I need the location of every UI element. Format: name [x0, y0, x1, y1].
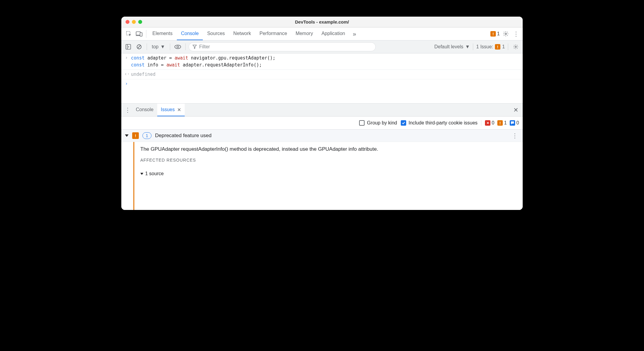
maximize-window-button[interactable]	[138, 20, 142, 24]
close-tab-icon[interactable]: ✕	[177, 107, 181, 113]
drawer: ⋮ Console Issues ✕ ✕ Group by kind Inclu…	[121, 104, 523, 210]
issues-label: 1 Issue:	[476, 44, 493, 50]
divider	[508, 43, 508, 50]
console-prompt-row[interactable]: ›	[121, 79, 523, 89]
drawer-tab-issues[interactable]: Issues ✕	[157, 104, 185, 116]
warning-icon: !	[495, 44, 500, 50]
expand-triangle-icon[interactable]	[140, 173, 143, 175]
context-selector[interactable]: top ▼	[150, 44, 167, 50]
affected-resources-label: AFFECTED RESOURCES	[140, 158, 517, 163]
issue-title: Deprecated feature used	[155, 133, 507, 139]
svg-point-3	[505, 33, 507, 35]
main-tabs: Elements Console Sources Network Perform…	[148, 27, 359, 40]
svg-rect-2	[140, 33, 142, 36]
traffic-lights	[126, 20, 142, 24]
issues-count: 1	[502, 44, 505, 50]
issues-link[interactable]: 1 Issue: ! 1	[476, 44, 505, 50]
filter-input[interactable]	[199, 44, 372, 50]
close-drawer-icon[interactable]: ✕	[511, 104, 521, 116]
tab-elements[interactable]: Elements	[148, 27, 177, 40]
log-levels-selector[interactable]: Default levels ▼	[434, 44, 470, 50]
console-spacer	[121, 89, 523, 104]
drawer-kebab-icon[interactable]: ⋮	[123, 104, 132, 116]
chevron-down-icon: ▼	[160, 44, 165, 50]
filter-input-wrap	[189, 42, 376, 51]
drawer-tabstrip: ⋮ Console Issues ✕ ✕	[121, 104, 523, 117]
tab-sources[interactable]: Sources	[203, 27, 229, 40]
filter-icon	[193, 45, 197, 49]
clear-console-icon[interactable]	[135, 42, 144, 51]
console-settings-icon[interactable]	[511, 42, 520, 51]
expand-triangle-icon[interactable]	[125, 134, 129, 137]
titlebar: DevTools - example.com/	[121, 17, 523, 27]
source-count: 1 source	[145, 171, 164, 176]
console-input-row[interactable]: › const adapter = await navigator.gpu.re…	[121, 53, 523, 70]
toggle-sidebar-icon[interactable]	[124, 42, 133, 51]
warnings-indicator[interactable]: ! 1	[490, 27, 500, 40]
inspect-element-icon[interactable]	[124, 27, 134, 40]
issue-detail: The GPUAdapter requestAdapterInfo() meth…	[133, 142, 523, 210]
live-expression-icon[interactable]	[173, 42, 182, 51]
drawer-tab-console[interactable]: Console	[132, 104, 157, 116]
svg-rect-1	[136, 32, 140, 35]
include-third-party-label: Include third-party cookie issues	[409, 120, 478, 126]
svg-point-8	[515, 46, 517, 48]
info-icon	[510, 120, 515, 126]
device-toolbar-icon[interactable]	[134, 27, 144, 40]
divider	[185, 43, 186, 50]
divider	[473, 43, 473, 50]
svg-point-7	[177, 46, 179, 48]
settings-icon[interactable]	[500, 27, 512, 40]
window-title: DevTools - example.com/	[121, 19, 523, 24]
issues-controls: Group by kind Include third-party cookie…	[121, 117, 523, 130]
main-tabstrip: Elements Console Sources Network Perform…	[121, 27, 523, 40]
console-body: › const adapter = await navigator.gpu.re…	[121, 53, 523, 104]
issue-count-pill: 1	[142, 132, 151, 139]
svg-point-6	[175, 45, 181, 49]
prompt-chevron-icon: ›	[124, 81, 129, 86]
drawer-tab-issues-label: Issues	[161, 107, 175, 112]
group-by-kind-checkbox[interactable]: Group by kind	[359, 120, 397, 126]
group-by-kind-label: Group by kind	[367, 120, 397, 126]
chevron-down-icon: ▼	[465, 44, 470, 50]
tab-network[interactable]: Network	[229, 27, 255, 40]
more-tabs-icon[interactable]: »	[349, 27, 359, 40]
tab-application[interactable]: Application	[317, 27, 349, 40]
console-toolbar: top ▼ Default levels ▼ 1 Issue: ! 1	[121, 40, 523, 53]
include-third-party-checkbox[interactable]: Include third-party cookie issues	[401, 120, 478, 126]
tab-memory[interactable]: Memory	[291, 27, 317, 40]
kebab-menu-icon[interactable]: ⋮	[512, 27, 520, 40]
warning-icon: !	[132, 132, 139, 139]
errors-count[interactable]: ✕ 0	[485, 120, 494, 126]
divider	[147, 43, 147, 50]
output-chevron-icon: ‹·	[124, 71, 129, 77]
console-code: const adapter = await navigator.gpu.requ…	[131, 55, 276, 68]
info-count[interactable]: 0	[510, 120, 519, 126]
close-window-button[interactable]	[126, 20, 129, 24]
drawer-tab-console-label: Console	[136, 107, 154, 112]
console-output: undefined	[131, 71, 155, 78]
warning-icon: !	[490, 31, 496, 37]
issue-counts: ✕ 0 ! 1 0	[481, 120, 519, 126]
issue-kebab-icon[interactable]: ⋮	[511, 132, 519, 139]
warnings-count: 1	[497, 31, 500, 37]
warning-icon: !	[497, 120, 503, 126]
checkbox-unchecked-icon	[359, 120, 365, 126]
levels-label: Default levels	[434, 44, 463, 50]
error-icon: ✕	[485, 120, 490, 126]
console-prompt[interactable]	[131, 81, 134, 88]
tab-console[interactable]: Console	[177, 27, 203, 40]
divider	[146, 30, 146, 38]
console-output-row: ‹· undefined	[121, 70, 523, 79]
devtools-window: DevTools - example.com/ Elements Console…	[121, 17, 523, 210]
input-chevron-icon: ›	[124, 55, 129, 60]
context-label: top	[152, 44, 158, 50]
tab-performance[interactable]: Performance	[255, 27, 292, 40]
issue-message: The GPUAdapter requestAdapterInfo() meth…	[140, 146, 517, 152]
issue-item[interactable]: ! 1 Deprecated feature used ⋮	[121, 130, 523, 142]
checkbox-checked-icon	[401, 120, 406, 126]
source-row[interactable]: 1 source	[140, 168, 517, 176]
warnings-count[interactable]: ! 1	[497, 120, 507, 126]
divider	[170, 43, 170, 50]
minimize-window-button[interactable]	[132, 20, 136, 24]
